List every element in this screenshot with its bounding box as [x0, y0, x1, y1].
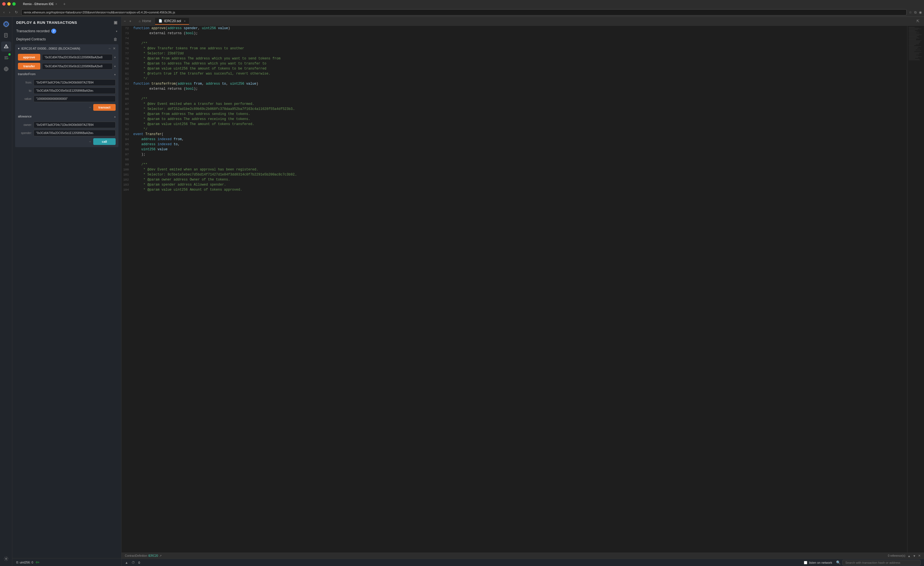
copy-allowance-icon[interactable]: ⎓ [89, 140, 91, 143]
line-content: * @return true if the transfer was succe… [133, 71, 907, 76]
panel-camera-icon[interactable]: ▣ [114, 20, 118, 25]
transferfrom-header[interactable]: transferFrom ▴ [15, 71, 118, 77]
browser-tab-active[interactable]: Remix - Ethereum IDE × [20, 1, 60, 7]
search-icon[interactable]: 🔍 [836, 560, 840, 564]
compile-icon[interactable] [1, 53, 11, 63]
contract-header[interactable]: ▾ IERC20 AT 0X000...00802 (BLOCKCHAIN) ⎓… [15, 44, 118, 53]
transferfrom-action-row: ⎓ transact [18, 103, 116, 111]
line-number: 103 [122, 182, 133, 187]
svg-point-17 [5, 558, 7, 560]
listen-checkbox[interactable] [804, 561, 807, 564]
approve-input[interactable] [42, 54, 112, 60]
plugin-icon[interactable] [1, 64, 11, 74]
browser-tab-bar: Remix - Ethereum IDE × + [20, 1, 67, 7]
transfer-row: transfer ▾ [15, 62, 118, 71]
minimize-button[interactable] [7, 2, 10, 6]
ref-down-icon[interactable]: ▼ [913, 554, 916, 558]
code-editor[interactable]: 72function approve(address spender, uint… [122, 26, 907, 552]
files-icon[interactable] [1, 30, 11, 41]
line-number: 102 [122, 177, 133, 182]
panel-scroll[interactable]: ▾ IERC20 AT 0X000...00802 (BLOCKCHAIN) ⎓… [12, 43, 121, 558]
line-number: 82 [122, 76, 133, 81]
remix-logo-button[interactable] [1, 19, 11, 29]
expand-icon[interactable]: ⇱ [916, 19, 922, 23]
allowance-expanded: owner: spender: ⎓ call [15, 120, 118, 147]
line-number: 86 [122, 96, 133, 101]
new-tab-button[interactable]: + [62, 2, 67, 6]
code-line: 96 uint256 value [122, 147, 907, 152]
allowance-header[interactable]: allowance ▴ [15, 113, 118, 120]
tab-home[interactable]: ⌂ Home [135, 18, 154, 25]
contract-def-arrow[interactable]: ↗ [159, 554, 162, 557]
zoom-out-icon[interactable]: − [124, 19, 126, 23]
line-number: 85 [122, 91, 133, 96]
deploy-panel: DEPLOY & RUN TRANSACTIONS ▣ Transactions… [12, 17, 122, 566]
settings-icon[interactable] [1, 554, 11, 564]
line-number: 89 [122, 111, 133, 117]
transfer-input[interactable] [42, 63, 112, 69]
from-input[interactable] [34, 79, 116, 86]
up-icon[interactable]: ▲ [125, 561, 128, 564]
close-contract-icon[interactable]: ✕ [113, 47, 116, 50]
clock-icon[interactable]: ⏱ [132, 561, 135, 564]
extensions-icon[interactable]: ⧉ [914, 11, 917, 14]
forward-button[interactable]: › [8, 9, 11, 15]
line-number: 79 [122, 61, 133, 66]
value-input[interactable] [34, 96, 116, 102]
spender-input[interactable] [34, 130, 116, 136]
close-button[interactable] [2, 2, 6, 6]
tab-file[interactable]: 📄 IERC20.sol × [155, 18, 189, 25]
code-line: 88 * Selector: ddf252ad1be2c89b69c2b068f… [122, 107, 907, 111]
address-input[interactable] [21, 9, 907, 15]
close-tab-icon[interactable]: × [184, 20, 186, 23]
to-input[interactable] [34, 87, 116, 94]
refresh-button[interactable]: ↻ [14, 9, 19, 15]
contract-name: ▾ IERC20 AT 0X000...00802 (BLOCKCHAIN) [18, 47, 80, 50]
bookmark-icon[interactable]: ☆ [909, 11, 912, 14]
transactions-row[interactable]: Transactions recorded 7 ▾ [12, 27, 121, 35]
code-line: 101 * Selector: 8c5be1e5ebec7d5bd14f7142… [122, 172, 907, 177]
line-content: /** [133, 41, 907, 46]
code-line: 91 * @param value uint256 The amount of … [122, 122, 907, 127]
address-bar: ‹ › ↻ ☆ ⧉ ◉ [0, 8, 924, 17]
line-number: 99 [122, 162, 133, 167]
line-number: 84 [122, 86, 133, 91]
transfer-chevron[interactable]: ▾ [114, 65, 116, 68]
copy-contract-icon[interactable]: ⎓ [109, 47, 111, 50]
transferfrom-expanded: from: to: value: ⎓ transact [15, 77, 118, 113]
code-line: 83function transferFrom(address from, ad… [122, 81, 907, 86]
transfer-button[interactable]: transfer [18, 63, 40, 69]
line-number: 101 [122, 172, 133, 177]
ref-close-icon[interactable]: ✕ [918, 554, 921, 558]
line-content: * Selector: 8c5be1e5ebec7d5bd14f71427d1e… [133, 172, 907, 177]
contract-actions: ⎓ ✕ [109, 47, 116, 50]
contract-section: ▾ IERC20 AT 0X000...00802 (BLOCKCHAIN) ⎓… [15, 44, 118, 147]
call-button[interactable]: call [93, 138, 116, 145]
deploy-icon[interactable] [1, 42, 11, 51]
approve-chevron[interactable]: ▾ [114, 56, 116, 59]
owner-input[interactable] [34, 122, 116, 128]
status-bar: 0: uint256: 0 ⇦ [12, 558, 121, 566]
line-content: * Selector: ddf252ad1be2c89b69c2b068fc37… [133, 107, 907, 111]
spender-label: spender: [18, 131, 32, 135]
copy-transferfrom-icon[interactable]: ⎓ [89, 105, 91, 109]
code-line: 92 */ [122, 127, 907, 132]
zoom-in-icon[interactable]: + [129, 19, 132, 23]
back-button[interactable]: ‹ [2, 9, 6, 15]
line-number: 91 [122, 122, 133, 127]
code-line: 85 [122, 91, 907, 96]
home-icon: ⌂ [139, 20, 141, 23]
browser-tab-close[interactable]: × [56, 3, 57, 6]
code-line: 89 * @param from address The address sen… [122, 111, 907, 117]
from-label: from: [18, 81, 32, 84]
deploy-title: DEPLOY & RUN TRANSACTIONS ▣ [16, 20, 117, 25]
ref-up-icon[interactable]: ▲ [908, 554, 910, 558]
transact-button[interactable]: transact [93, 104, 116, 111]
line-number: 72 [122, 26, 133, 31]
search-input[interactable] [842, 560, 921, 566]
value-param-row: value: [18, 95, 116, 103]
approve-button[interactable]: approve [18, 54, 40, 60]
profile-icon[interactable]: ◉ [919, 11, 922, 14]
maximize-button[interactable] [12, 2, 16, 6]
trash-icon[interactable]: 🗑 [113, 37, 117, 42]
